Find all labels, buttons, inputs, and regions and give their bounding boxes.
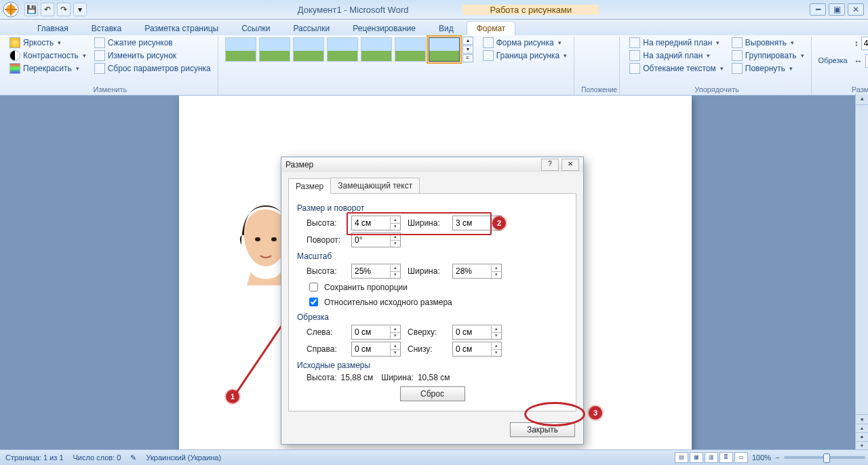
- dialog-tab-alt-text[interactable]: Замещающий текст: [330, 178, 420, 193]
- label-scale-h: Высота:: [307, 266, 344, 276]
- send-back-button[interactable]: На задний план: [627, 49, 726, 62]
- draft-icon[interactable]: ▭: [734, 452, 748, 463]
- scroll-up-icon[interactable]: ▴: [856, 94, 868, 105]
- close-button[interactable]: ✕: [848, 3, 864, 16]
- print-layout-icon[interactable]: ▤: [675, 452, 688, 463]
- dialog-tab-size[interactable]: Размер: [288, 178, 331, 194]
- crop-label[interactable]: Обрезка: [818, 56, 848, 64]
- reset-picture-button[interactable]: Сброс параметров рисунка: [92, 62, 214, 75]
- prev-page-icon[interactable]: ▴: [856, 424, 868, 432]
- gallery-down-icon[interactable]: ▾: [462, 45, 473, 54]
- picture-styles-gallery[interactable]: ▴ ▾ ≡: [225, 37, 473, 62]
- redo-icon[interactable]: ↷: [57, 3, 71, 16]
- tab-mail[interactable]: Рассылки: [283, 21, 340, 35]
- send-back-icon: [629, 50, 640, 61]
- proofing-icon[interactable]: ✎: [130, 453, 136, 462]
- change-picture-button[interactable]: Изменить рисунок: [92, 49, 214, 62]
- save-icon[interactable]: 💾: [24, 3, 38, 16]
- close-dialog-button[interactable]: Закрыть: [510, 422, 575, 437]
- tab-layout[interactable]: Разметка страницы: [134, 21, 229, 35]
- picture-border-button[interactable]: Граница рисунка: [480, 49, 570, 62]
- style-thumb[interactable]: [259, 37, 290, 62]
- browse-object-icon[interactable]: ●: [856, 432, 868, 441]
- section-crop: Обрезка: [297, 312, 568, 322]
- input-scale-h[interactable]: ▴▾: [351, 264, 401, 279]
- undo-icon[interactable]: ↶: [41, 3, 54, 16]
- dialog-help-button[interactable]: ?: [541, 159, 559, 171]
- dialog-close-button[interactable]: ✕: [561, 159, 579, 171]
- zoom-level[interactable]: 100%: [752, 453, 771, 462]
- view-switcher[interactable]: ▤ ▦ ▥ ≣ ▭: [675, 452, 748, 463]
- section-size-rotate: Размер и поворот: [297, 203, 568, 213]
- group-button[interactable]: Группировать: [729, 49, 807, 62]
- status-language[interactable]: Украинский (Украина): [146, 453, 221, 462]
- brightness-button[interactable]: Яркость: [7, 37, 89, 49]
- height-spinner[interactable]: ▴▾: [861, 37, 868, 50]
- bring-front-icon: [629, 37, 640, 48]
- maximize-button[interactable]: ▣: [829, 3, 845, 16]
- input-rotate[interactable]: ▴▾: [351, 232, 401, 247]
- group-adjust: Яркость Контрастность Перекрасить Сжатие…: [4, 37, 218, 95]
- label-rotate: Поворот:: [307, 235, 344, 245]
- picture-shape-button[interactable]: Форма рисунка: [480, 37, 570, 49]
- label-top: Сверху:: [408, 327, 446, 337]
- shape-icon: [483, 37, 494, 48]
- style-thumb[interactable]: [395, 37, 426, 62]
- input-crop-right[interactable]: ▴▾: [351, 342, 401, 357]
- checkbox-relative[interactable]: [309, 298, 318, 306]
- tab-review[interactable]: Рецензирование: [342, 21, 426, 35]
- input-crop-top[interactable]: ▴▾: [452, 325, 502, 340]
- input-scale-w[interactable]: ▴▾: [452, 264, 502, 279]
- text-wrap-button[interactable]: Обтекание текстом: [627, 62, 726, 75]
- style-thumb[interactable]: [225, 37, 256, 62]
- statusbar: Страница: 1 из 1 Число слов: 0 ✎ Украинс…: [0, 449, 868, 465]
- ribbon: Яркость Контрастность Перекрасить Сжатие…: [0, 35, 868, 96]
- group-icon: [732, 50, 743, 61]
- zoom-out-button[interactable]: −: [775, 453, 779, 462]
- office-button[interactable]: [0, 0, 22, 19]
- orig-width-value: 10,58 см: [418, 373, 450, 382]
- full-screen-icon[interactable]: ▦: [690, 452, 703, 463]
- style-thumb[interactable]: [293, 37, 324, 62]
- tab-home[interactable]: Главная: [27, 21, 79, 35]
- tab-refs[interactable]: Ссылки: [231, 21, 280, 35]
- crop-icon[interactable]: [823, 37, 842, 56]
- gallery-more-icon[interactable]: ≡: [462, 54, 473, 62]
- web-layout-icon[interactable]: ▥: [705, 452, 718, 463]
- vertical-scrollbar[interactable]: ▴ ▾ ▴●▾: [855, 94, 868, 450]
- position-icon[interactable]: [587, 37, 609, 58]
- input-crop-bottom[interactable]: ▴▾: [452, 342, 502, 357]
- reset-button[interactable]: Сброс: [400, 386, 465, 401]
- minimize-button[interactable]: ━: [810, 3, 826, 16]
- status-words[interactable]: Число слов: 0: [73, 453, 121, 462]
- qat-more-icon[interactable]: ▾: [73, 3, 87, 16]
- zoom-slider[interactable]: [784, 456, 865, 459]
- group-size: Обрезка ↕ ▴▾ ↔ ▴▾ Размер: [816, 37, 868, 95]
- input-height[interactable]: ▴▾: [351, 216, 401, 230]
- rotate-icon: [732, 63, 743, 74]
- group-styles: ▴ ▾ ≡ Форма рисунка Граница рисунка: [222, 37, 575, 95]
- align-button[interactable]: Выровнять: [729, 37, 807, 49]
- gallery-up-icon[interactable]: ▴: [462, 37, 473, 45]
- compress-button[interactable]: Сжатие рисунков: [92, 37, 214, 49]
- checkbox-lock-aspect[interactable]: [309, 283, 318, 291]
- contrast-icon: [9, 50, 20, 61]
- status-page[interactable]: Страница: 1 из 1: [5, 453, 64, 462]
- recolor-button[interactable]: Перекрасить: [7, 62, 89, 75]
- tab-view[interactable]: Вид: [429, 21, 464, 35]
- callout-1: 1: [226, 390, 239, 403]
- label-bottom: Снизу:: [408, 344, 446, 354]
- section-scale: Масштаб: [297, 251, 568, 261]
- bring-front-button[interactable]: На передний план: [627, 37, 726, 49]
- input-crop-left[interactable]: ▴▾: [351, 325, 401, 340]
- rotate-button[interactable]: Повернуть: [729, 62, 807, 75]
- width-spinner[interactable]: ▴▾: [865, 54, 868, 68]
- tab-insert[interactable]: Вставка: [81, 21, 132, 35]
- tab-format[interactable]: Формат: [467, 21, 516, 35]
- style-thumb-selected[interactable]: [429, 37, 460, 62]
- style-thumb[interactable]: [361, 37, 392, 62]
- contrast-button[interactable]: Контрастность: [7, 49, 89, 62]
- style-thumb[interactable]: [327, 37, 358, 62]
- outline-icon[interactable]: ≣: [719, 452, 733, 463]
- label-scale-w: Ширина:: [408, 266, 446, 276]
